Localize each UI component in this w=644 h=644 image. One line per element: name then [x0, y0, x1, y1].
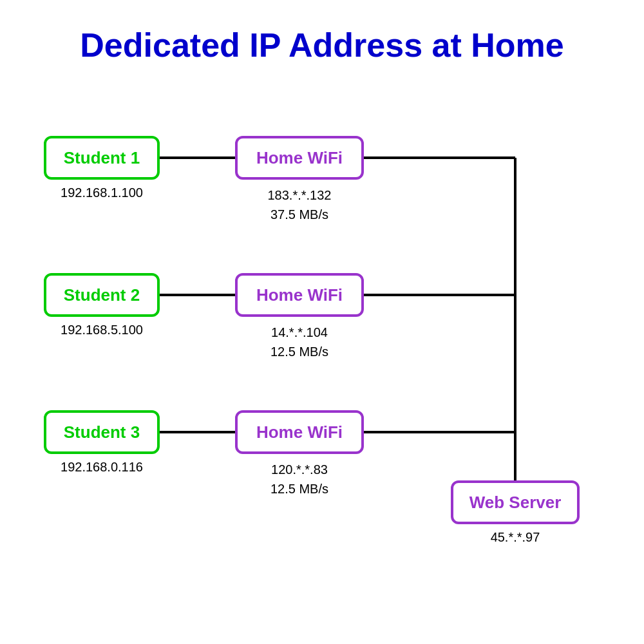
- server-ip-text: 45.*.*.97: [491, 530, 540, 544]
- wifi1-ip2: 37.5 MB/s: [270, 207, 328, 222]
- diagram: Student 1 192.168.1.100 Home WiFi 183.*.…: [0, 77, 644, 592]
- wifi2-ip: 14.*.*.104 12.5 MB/s: [229, 323, 370, 361]
- wifi1-label: Home WiFi: [256, 148, 343, 168]
- server-ip: 45.*.*.97: [451, 530, 580, 545]
- wifi1-ip1: 183.*.*.132: [268, 188, 332, 202]
- wifi3-ip: 120.*.*.83 12.5 MB/s: [229, 460, 370, 498]
- student3-ip-text: 192.168.0.116: [61, 460, 143, 474]
- wifi2-ip2: 12.5 MB/s: [270, 345, 328, 359]
- student3-node: Student 3: [44, 410, 160, 454]
- student1-label: Student 1: [64, 148, 140, 168]
- wifi3-ip2: 12.5 MB/s: [270, 482, 328, 496]
- wifi3-ip1: 120.*.*.83: [271, 462, 328, 477]
- student2-ip: 192.168.5.100: [44, 323, 160, 337]
- page-title: Dedicated IP Address at Home: [0, 0, 644, 77]
- wifi3-label: Home WiFi: [256, 422, 343, 442]
- wifi1-node: Home WiFi: [235, 136, 364, 180]
- student2-ip-text: 192.168.5.100: [61, 323, 143, 337]
- wifi2-label: Home WiFi: [256, 285, 343, 305]
- wifi1-ip: 183.*.*.132 37.5 MB/s: [229, 185, 370, 224]
- student3-label: Student 3: [64, 422, 140, 442]
- student1-ip: 192.168.1.100: [44, 185, 160, 200]
- wifi2-ip1: 14.*.*.104: [271, 325, 328, 339]
- wifi3-node: Home WiFi: [235, 410, 364, 454]
- student1-ip-text: 192.168.1.100: [61, 185, 143, 200]
- student2-label: Student 2: [64, 285, 140, 305]
- webserver-node: Web Server: [451, 480, 580, 524]
- wifi2-node: Home WiFi: [235, 273, 364, 317]
- student2-node: Student 2: [44, 273, 160, 317]
- student1-node: Student 1: [44, 136, 160, 180]
- server-label: Web Server: [469, 493, 562, 513]
- student3-ip: 192.168.0.116: [44, 460, 160, 475]
